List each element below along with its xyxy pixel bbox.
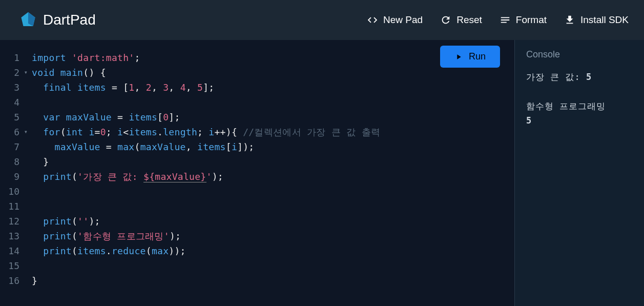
console-output: 가장 큰 값: 5함수형 프로그래밍5 [526,71,633,126]
line-number: 16 [0,273,29,288]
code-line: var maxValue = items[0]; [32,110,514,125]
line-gutter: 12345678910111213141516 [0,40,29,288]
code-line [32,95,514,110]
code-line: } [32,154,514,169]
line-number: 14 [0,243,29,258]
main-area: 12345678910111213141516 import 'dart:mat… [0,40,644,306]
code-line: print(''); [32,214,514,229]
svg-marker-1 [28,12,35,26]
refresh-icon [440,14,451,26]
code-line [32,199,514,214]
download-icon [564,14,575,26]
run-label: Run [469,51,486,62]
code-line: final items = [1, 2, 3, 4, 5]; [32,80,514,95]
code-area[interactable]: import 'dart:math'; void main() { final … [32,40,514,288]
dart-logo-icon [19,11,37,29]
code-icon [367,14,378,26]
code-line: } [32,273,514,288]
reset-label: Reset [456,14,482,26]
line-number: 7 [0,139,29,154]
line-number: 10 [0,184,29,199]
reset-button[interactable]: Reset [435,10,487,30]
install-sdk-button[interactable]: Install SDK [559,10,634,30]
console-line: 함수형 프로그래밍 [526,100,633,112]
line-number: 12 [0,214,29,229]
new-pad-label: New Pad [383,14,423,26]
line-number: 1 [0,50,29,65]
format-label: Format [516,14,547,26]
code-line: print('가장 큰 값: ${maxValue}'); [32,169,514,184]
line-number: 3 [0,80,29,95]
code-line [32,258,514,273]
line-number: 9 [0,169,29,184]
install-label: Install SDK [580,14,629,26]
run-button[interactable]: Run [440,46,500,68]
format-icon [500,14,511,26]
line-number: 4 [0,95,29,110]
code-line: print('함수형 프로그래밍'); [32,229,514,243]
console-title: Console [526,49,633,60]
console-panel: Console 가장 큰 값: 5함수형 프로그래밍5 [514,40,644,306]
code-line: for(int i=0; i<items.length; i++){ //컬렉션… [32,125,514,139]
code-line: print(items.reduce(max)); [32,243,514,258]
new-pad-button[interactable]: New Pad [362,10,428,30]
line-number: 6 [0,125,29,139]
line-number: 11 [0,199,29,214]
play-icon [454,53,463,61]
line-number: 5 [0,110,29,125]
line-number: 13 [0,229,29,243]
code-editor[interactable]: 12345678910111213141516 import 'dart:mat… [0,40,514,306]
format-button[interactable]: Format [494,10,552,30]
code-line [32,184,514,199]
app-title: DartPad [43,12,96,28]
toolbar: New Pad Reset Format Install SDK [362,10,634,30]
line-number: 8 [0,154,29,169]
line-number: 2 [0,65,29,80]
console-line: 가장 큰 값: 5 [526,71,633,83]
console-line [526,86,633,97]
code-line: maxValue = max(maxValue, items[i]); [32,139,514,154]
line-number: 15 [0,258,29,273]
logo-section: DartPad [19,11,96,29]
console-line: 5 [526,115,633,126]
header: DartPad New Pad Reset Format Install SDK [0,0,644,40]
